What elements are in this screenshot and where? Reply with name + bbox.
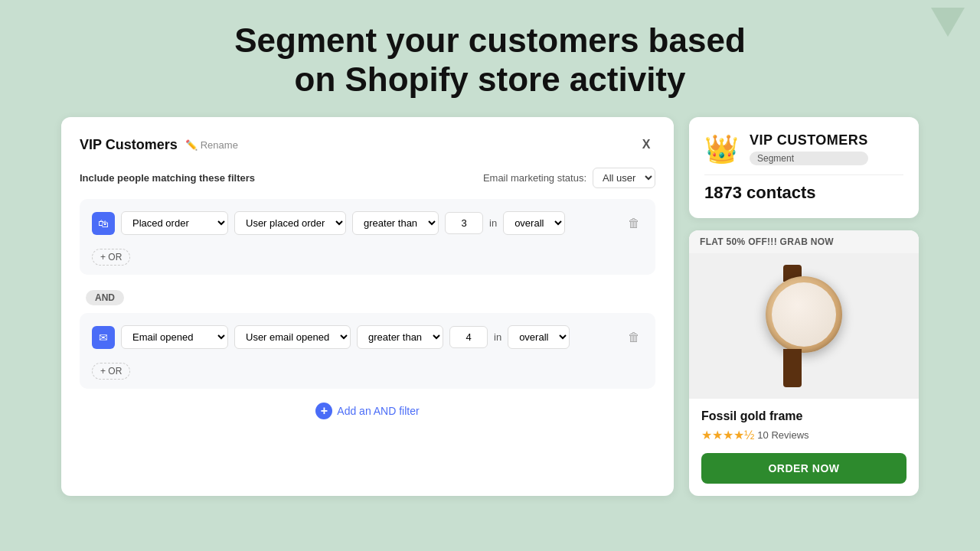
trash-icon-2: 🗑 [628, 331, 640, 344]
or-button-1[interactable]: + OR [92, 249, 130, 266]
or-button-2[interactable]: + OR [92, 363, 130, 380]
decorative-triangle [931, 8, 965, 37]
event-type-select-1[interactable]: Placed order [121, 211, 228, 235]
page-header: Segment your customers based on Shopify … [0, 0, 980, 117]
product-info: Fossil gold frame ★★★★½ 10 Reviews ORDER… [689, 399, 919, 496]
in-label-1: in [489, 217, 497, 229]
product-image-area [689, 253, 919, 399]
delete-filter-2-button[interactable]: 🗑 [625, 328, 643, 347]
condition-select-1[interactable]: User placed order [234, 211, 346, 235]
delete-filter-1-button[interactable]: 🗑 [625, 214, 643, 233]
filter-block-1: 🛍 Placed order User placed order greater… [80, 199, 655, 275]
email-status-label: Email marketing status: [483, 172, 586, 184]
in-label-2: in [494, 331, 501, 343]
condition-select-2[interactable]: User email opened [234, 325, 351, 349]
and-badge: AND [86, 290, 124, 305]
vip-title: VIP CUSTOMERS [750, 132, 868, 148]
filter-block-2: ✉ Email opened User email opened greater… [80, 313, 655, 389]
contacts-count: 1873 contacts [704, 183, 816, 202]
promo-banner: FLAT 50% OFF!!! GRAB NOW [689, 230, 919, 253]
operator-select-1[interactable]: greater than [352, 211, 439, 235]
vip-header: 👑 VIP CUSTOMERS Segment [704, 132, 903, 165]
watch-illustration [754, 265, 854, 387]
panel-title-row: VIP Customers ✏️ Rename X [80, 135, 655, 154]
crown-icon: 👑 [704, 133, 739, 165]
vip-title-area: VIP CUSTOMERS Segment [750, 132, 868, 165]
segment-name: VIP Customers [80, 137, 178, 153]
vip-customers-card: 👑 VIP CUSTOMERS Segment 1873 contacts [689, 117, 919, 218]
email-opened-icon: ✉ [92, 326, 115, 349]
plus-icon: + [315, 403, 332, 419]
product-name: Fossil gold frame [701, 409, 906, 423]
reviews-count: 10 Reviews [757, 429, 808, 441]
event-type-select-2[interactable]: Email opened [121, 325, 228, 349]
trash-icon-1: 🗑 [628, 217, 640, 230]
filter-row-2: ✉ Email opened User email opened greater… [92, 325, 643, 349]
right-panel: 👑 VIP CUSTOMERS Segment 1873 contacts FL… [689, 117, 919, 496]
close-button[interactable]: X [637, 135, 655, 154]
stars-row: ★★★★½ 10 Reviews [701, 428, 906, 442]
filter-row-1: 🛍 Placed order User placed order greater… [92, 211, 643, 235]
value-input-2[interactable] [449, 326, 488, 348]
rename-button[interactable]: ✏️ Rename [185, 139, 238, 151]
pencil-icon: ✏️ [185, 139, 198, 151]
filter-header: Include people matching these filters Em… [80, 168, 655, 188]
add-and-filter-button[interactable]: + Add an AND filter [80, 403, 655, 419]
page-title: Segment your customers based on Shopify … [0, 21, 980, 99]
product-card: FLAT 50% OFF!!! GRAB NOW Fossil gold fra… [689, 230, 919, 496]
vip-divider [704, 174, 903, 175]
email-status-row: Email marketing status: All user [483, 168, 655, 188]
operator-select-2[interactable]: greater than [357, 325, 443, 349]
star-rating: ★★★★½ [701, 428, 754, 442]
email-status-select[interactable]: All user [593, 168, 655, 188]
placed-order-icon: 🛍 [92, 212, 115, 235]
segment-editor-panel: VIP Customers ✏️ Rename X Include people… [61, 117, 674, 496]
segment-badge: Segment [750, 152, 868, 165]
scope-select-1[interactable]: overall [503, 211, 565, 235]
filter-section-label: Include people matching these filters [80, 172, 255, 184]
value-input-1[interactable] [445, 212, 483, 234]
main-container: VIP Customers ✏️ Rename X Include people… [0, 117, 980, 496]
order-now-button[interactable]: ORDER NOW [701, 453, 906, 484]
scope-select-2[interactable]: overall [508, 325, 570, 349]
